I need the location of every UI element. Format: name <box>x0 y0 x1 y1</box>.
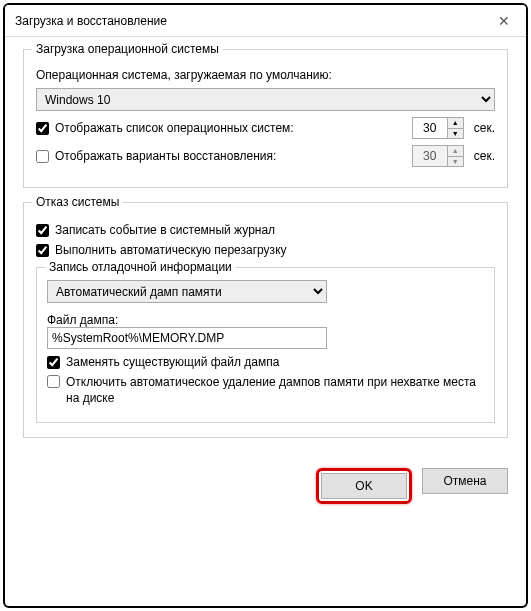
debug-group: Запись отладочной информации Автоматичес… <box>36 267 495 423</box>
disable-auto-delete-checkbox[interactable] <box>47 375 60 388</box>
default-os-label: Операционная система, загружаемая по умо… <box>36 68 495 82</box>
auto-restart-label[interactable]: Выполнить автоматическую перезагрузку <box>36 243 287 257</box>
os-list-seconds-value[interactable] <box>413 121 447 135</box>
spinner-up-icon[interactable]: ▲ <box>448 118 463 129</box>
overwrite-label[interactable]: Заменять существующий файл дампа <box>47 355 279 369</box>
cancel-button[interactable]: Отмена <box>422 468 508 494</box>
recovery-seconds-spinner: ▲ ▼ <box>412 145 464 167</box>
spinner-up-icon: ▲ <box>448 146 463 157</box>
os-list-seconds-spinner[interactable]: ▲ ▼ <box>412 117 464 139</box>
disable-auto-delete-label: Отключить автоматическое удаление дампов… <box>66 375 484 406</box>
overwrite-checkbox[interactable] <box>47 356 60 369</box>
dump-file-input[interactable] <box>47 327 327 349</box>
show-recovery-label[interactable]: Отображать варианты восстановления: <box>36 149 276 163</box>
dump-type-select[interactable]: Автоматический дамп памяти <box>47 280 327 303</box>
close-icon[interactable]: ✕ <box>492 13 516 29</box>
spinner-down-icon: ▼ <box>448 157 463 167</box>
sec-label-1: сек. <box>474 121 495 135</box>
default-os-select[interactable]: Windows 10 <box>36 88 495 111</box>
log-event-label[interactable]: Записать событие в системный журнал <box>36 223 275 237</box>
log-event-checkbox[interactable] <box>36 224 49 237</box>
sec-label-2: сек. <box>474 149 495 163</box>
window-title: Загрузка и восстановление <box>15 14 492 28</box>
ok-highlight: OK <box>316 468 412 504</box>
dump-file-label: Файл дампа: <box>47 313 484 327</box>
titlebar: Загрузка и восстановление ✕ <box>5 5 526 37</box>
failure-group: Отказ системы Записать событие в системн… <box>23 202 508 438</box>
startup-legend: Загрузка операционной системы <box>32 42 223 56</box>
show-recovery-checkbox[interactable] <box>36 150 49 163</box>
show-os-list-label[interactable]: Отображать список операционных систем: <box>36 121 294 135</box>
ok-button[interactable]: OK <box>321 473 407 499</box>
spinner-down-icon[interactable]: ▼ <box>448 129 463 139</box>
auto-restart-checkbox[interactable] <box>36 244 49 257</box>
show-os-list-checkbox[interactable] <box>36 122 49 135</box>
debug-legend: Запись отладочной информации <box>45 260 236 274</box>
failure-legend: Отказ системы <box>32 195 123 209</box>
recovery-seconds-value <box>413 149 447 163</box>
startup-group: Загрузка операционной системы Операционн… <box>23 49 508 188</box>
